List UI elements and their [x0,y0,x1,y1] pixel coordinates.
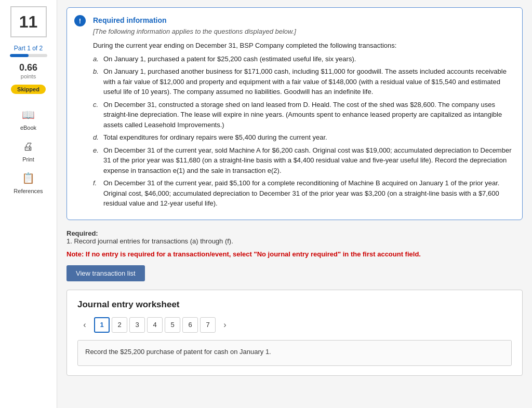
sidebar-nav: 📖 eBook 🖨 Print 📋 References [14,106,43,194]
letter-d: d. [93,132,100,143]
view-transaction-button[interactable]: View transaction list [66,265,145,281]
info-subtitle: [The following information applies to th… [93,28,512,35]
required-label: Required: [66,229,98,237]
text-e: On December 31 of the current year, sold… [103,145,512,176]
part-label: Part 1 of 2 [14,45,43,52]
worksheet-instruction: Record the $25,200 purchase of patent fo… [77,340,512,366]
page-btn-4[interactable]: 4 [147,317,163,333]
ebook-icon: 📖 [20,106,36,123]
pagination-prev[interactable]: ‹ [77,318,92,332]
sidebar-item-ebook[interactable]: 📖 eBook [20,106,36,131]
letter-f: f. [93,178,100,188]
references-icon: 📋 [20,170,36,186]
info-box: ! Required information [The following in… [66,7,523,220]
text-d: Total expenditures for ordinary repairs … [103,132,327,143]
points-value: 0.66 [19,62,37,73]
letter-b: b. [93,66,100,77]
page-btn-2[interactable]: 2 [112,317,127,333]
required-section: Required: 1. Record journal entries for … [66,229,523,245]
required-info-title: Required information [93,16,512,24]
info-icon: ! [74,15,86,26]
text-f: On December 31 of the current year, paid… [103,178,512,209]
list-item-e: e. On December 31 of the current year, s… [93,145,512,176]
print-icon: 🖨 [20,138,36,155]
pagination-next[interactable]: › [218,318,232,332]
page-btn-7[interactable]: 7 [200,317,216,333]
page-btn-3[interactable]: 3 [129,317,145,333]
list-item-f: f. On December 31 of the current year, p… [93,178,512,209]
page-btn-1[interactable]: 1 [94,317,110,333]
letter-e: e. [93,145,100,156]
references-label: References [14,188,43,194]
text-a: On January 1, purchased a patent for $25… [103,54,356,64]
skipped-badge: Skipped [11,85,46,94]
sidebar-item-print[interactable]: 🖨 Print [20,138,36,162]
page-btn-6[interactable]: 6 [182,317,198,333]
sidebar: 11 Part 1 of 2 0.66 points Skipped 📖 eBo… [0,0,57,408]
list-item-b: b. On January 1, purchased another busin… [93,66,512,97]
journal-title: Journal entry worksheet [77,300,512,310]
list-item-a: a. On January 1, purchased a patent for … [93,54,512,64]
print-label: Print [22,156,34,162]
text-b: On January 1, purchased another business… [103,66,512,97]
pagination: ‹ 1 2 3 4 5 6 7 › [77,317,512,333]
info-body: During the current year ending on Decemb… [93,40,512,209]
list-item-d: d. Total expenditures for ordinary repai… [93,132,512,143]
page-btn-5[interactable]: 5 [165,317,180,333]
text-c: On December 31, constructed a storage sh… [103,100,512,130]
problem-number: 11 [10,6,47,37]
progress-bar-fill [10,54,29,57]
letter-c: c. [93,100,100,110]
required-item1: 1. Record journal entries for transactio… [66,237,233,245]
note-text: Note: If no entry is required for a tran… [66,250,523,258]
journal-worksheet: Journal entry worksheet ‹ 1 2 3 4 5 6 7 … [66,290,523,376]
letter-a: a. [93,54,100,64]
progress-bar [10,54,47,57]
info-intro: During the current year ending on Decemb… [93,40,512,51]
ebook-label: eBook [20,125,36,131]
sidebar-item-references[interactable]: 📋 References [14,170,43,194]
points-label: points [21,73,36,79]
main-content: ! Required information [The following in… [57,0,532,408]
list-item-c: c. On December 31, constructed a storage… [93,100,512,130]
